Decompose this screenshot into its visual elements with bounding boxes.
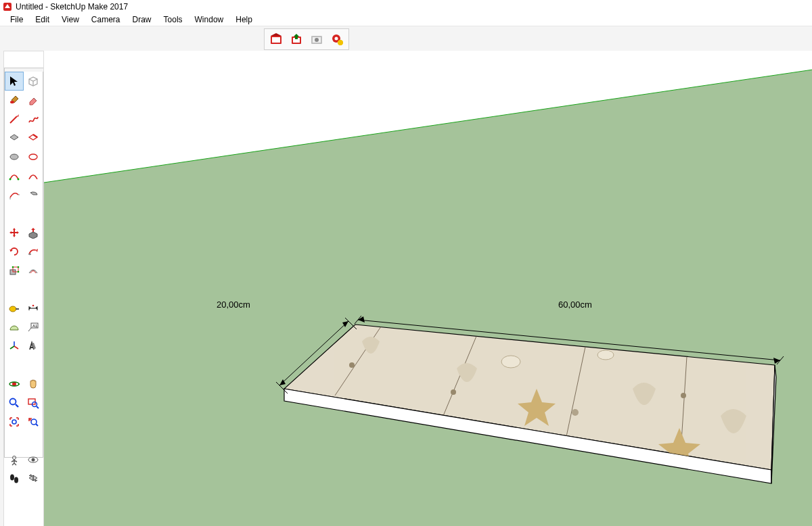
- svg-rect-2: [272, 37, 280, 43]
- svg-point-50: [451, 389, 456, 395]
- 3d-warehouse-icon[interactable]: [267, 30, 285, 48]
- menu-edit[interactable]: Edit: [29, 14, 55, 25]
- text-label-tool[interactable]: A1: [24, 318, 43, 337]
- tape-measure-tool[interactable]: [5, 299, 24, 318]
- large-toolset: A1: [4, 71, 43, 458]
- rotated-rectangle-tool[interactable]: [24, 128, 43, 147]
- follow-me-tool[interactable]: [24, 242, 43, 261]
- arc-tool[interactable]: [5, 166, 24, 185]
- palette-separator: [5, 431, 43, 435]
- three-point-arc-tool[interactable]: [5, 185, 24, 204]
- menu-window[interactable]: Window: [189, 14, 230, 25]
- palette-separator: [5, 280, 43, 284]
- position-camera-tool[interactable]: [5, 450, 24, 469]
- svg-point-30: [10, 399, 16, 405]
- polygon-tool[interactable]: [24, 147, 43, 166]
- pie-tool[interactable]: [24, 185, 43, 204]
- svg-point-22: [18, 266, 20, 268]
- svg-point-35: [13, 456, 16, 460]
- main-area: A1: [0, 51, 812, 526]
- svg-point-51: [572, 409, 579, 416]
- svg-text:A1: A1: [32, 324, 38, 328]
- svg-point-52: [681, 393, 686, 398]
- line-tool[interactable]: [5, 110, 24, 128]
- zoom-tool[interactable]: [5, 393, 24, 412]
- svg-point-15: [29, 154, 37, 160]
- make-component-tool[interactable]: [24, 72, 43, 91]
- zoom-extents-tool[interactable]: [5, 412, 24, 431]
- look-around-tool[interactable]: [24, 450, 43, 469]
- svg-point-17: [18, 178, 20, 181]
- axes-tool[interactable]: [5, 337, 24, 356]
- menu-view[interactable]: View: [55, 14, 85, 25]
- walk-tool[interactable]: [5, 469, 24, 488]
- menu-file[interactable]: File: [4, 14, 29, 25]
- share-model-icon[interactable]: [288, 30, 305, 48]
- svg-point-14: [10, 154, 18, 160]
- svg-point-39: [14, 477, 18, 483]
- extension-manager-icon[interactable]: [328, 30, 346, 48]
- svg-point-24: [9, 306, 16, 312]
- svg-point-33: [12, 420, 16, 424]
- svg-point-34: [31, 419, 37, 425]
- svg-point-28: [12, 382, 16, 386]
- dimension-width-label: 60,00cm: [558, 300, 592, 310]
- menu-draw[interactable]: Draw: [127, 14, 158, 25]
- svg-rect-12: [338, 42, 343, 44]
- paint-bucket-tool[interactable]: [5, 91, 24, 110]
- eraser-tool[interactable]: [24, 91, 43, 110]
- extension-warehouse-icon[interactable]: [308, 30, 325, 48]
- move-tool[interactable]: [5, 223, 24, 242]
- upper-toolbar: [0, 26, 812, 51]
- svg-point-16: [9, 178, 12, 181]
- window-title: Untitled - SketchUp Make 2017: [16, 2, 128, 11]
- svg-point-38: [10, 475, 14, 481]
- circle-tool[interactable]: [5, 147, 24, 166]
- pan-tool[interactable]: [24, 375, 43, 393]
- svg-point-7: [315, 38, 319, 42]
- menu-help[interactable]: Help: [229, 14, 258, 25]
- section-plane-tool[interactable]: [24, 469, 43, 488]
- svg-point-9: [335, 37, 338, 41]
- window-titlebar: Untitled - SketchUp Make 2017: [0, 0, 812, 13]
- 3d-text-tool[interactable]: [24, 337, 43, 356]
- palette-separator: [5, 356, 43, 360]
- previous-view-tool[interactable]: [24, 412, 43, 431]
- dimension-depth-label: 20,00cm: [217, 300, 250, 310]
- menu-bar: File Edit View Camera Draw Tools Window …: [0, 13, 812, 26]
- rectangle-tool[interactable]: [5, 128, 24, 147]
- push-pull-tool[interactable]: [24, 223, 43, 242]
- palette-separator: [5, 204, 43, 208]
- freehand-tool[interactable]: [24, 110, 43, 128]
- svg-point-25: [32, 305, 35, 307]
- svg-point-54: [597, 350, 614, 360]
- select-tool[interactable]: [5, 72, 24, 91]
- svg-point-37: [32, 458, 35, 462]
- svg-point-23: [18, 271, 20, 273]
- offset-tool[interactable]: [24, 261, 43, 280]
- svg-point-53: [501, 356, 520, 368]
- zoom-window-tool[interactable]: [24, 393, 43, 412]
- rotate-tool[interactable]: [5, 242, 24, 261]
- sketchup-app-icon: [3, 2, 12, 11]
- svg-point-13: [10, 101, 14, 103]
- svg-point-18: [28, 254, 31, 255]
- menu-tools[interactable]: Tools: [158, 14, 189, 25]
- protractor-tool[interactable]: [5, 318, 24, 337]
- svg-point-49: [349, 362, 355, 368]
- dimension-tool[interactable]: [24, 299, 43, 318]
- svg-point-21: [12, 266, 14, 268]
- model-viewport[interactable]: 20,00cm 60,00cm: [43, 51, 812, 526]
- orbit-tool[interactable]: [5, 375, 24, 393]
- two-point-arc-tool[interactable]: [24, 166, 43, 185]
- warehouse-toolbar: [264, 28, 349, 50]
- menu-camera[interactable]: Camera: [85, 14, 127, 25]
- scale-tool[interactable]: [5, 261, 24, 280]
